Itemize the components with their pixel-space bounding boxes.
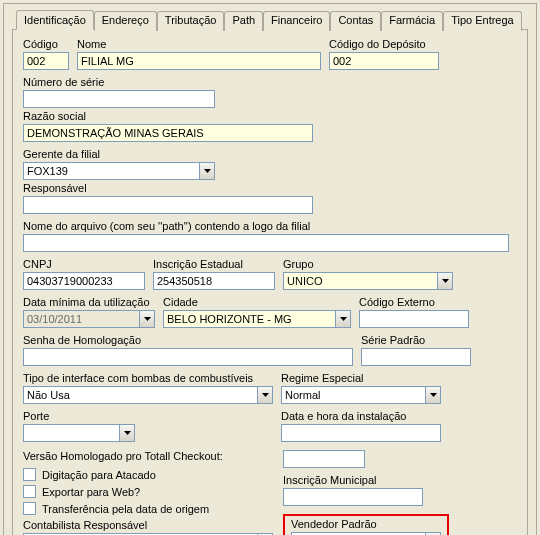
inscricao-municipal-input[interactable] [283, 488, 423, 506]
inscricao-estadual-label: Inscrição Estadual [153, 258, 275, 270]
tipo-interface-input[interactable] [24, 387, 257, 403]
numero-serie-input[interactable] [23, 90, 215, 108]
codigo-input[interactable] [23, 52, 69, 70]
tab-financeiro[interactable]: Financeiro [263, 11, 330, 31]
gerente-filial-label: Gerente da filial [23, 148, 215, 160]
tab-farmacia[interactable]: Farmácia [381, 11, 443, 31]
tab-body: Código Nome Código do Depósito Número de… [12, 29, 528, 535]
gerente-filial-combo[interactable] [23, 162, 215, 180]
codigo-label: Código [23, 38, 69, 50]
cnpj-label: CNPJ [23, 258, 145, 270]
responsavel-input[interactable] [23, 196, 313, 214]
nome-input[interactable] [77, 52, 321, 70]
contabilista-label: Contabilista Responsável [23, 519, 273, 531]
exportar-web-label: Exportar para Web? [42, 486, 140, 498]
chevron-down-icon[interactable] [437, 273, 452, 289]
cidade-label: Cidade [163, 296, 351, 308]
data-hora-instalacao-input[interactable] [281, 424, 441, 442]
tipo-interface-combo[interactable] [23, 386, 273, 404]
main-panel: Identificação Endereço Tributação Path F… [3, 3, 537, 535]
tab-path[interactable]: Path [224, 11, 263, 31]
gerente-filial-input[interactable] [24, 163, 199, 179]
grupo-label: Grupo [283, 258, 453, 270]
porte-input[interactable] [24, 425, 119, 441]
nome-arquivo-input[interactable] [23, 234, 509, 252]
inscricao-municipal-label: Inscrição Municipal [283, 474, 423, 486]
numero-serie-label: Número de série [23, 76, 215, 88]
cnpj-input[interactable] [23, 272, 145, 290]
tab-contas[interactable]: Contas [330, 11, 381, 31]
data-minima-label: Data mínima da utilização [23, 296, 155, 308]
responsavel-label: Responsável [23, 182, 313, 194]
chevron-down-icon[interactable] [335, 311, 350, 327]
senha-homolog-label: Senha de Homologação [23, 334, 353, 346]
grupo-combo[interactable] [283, 272, 453, 290]
transferencia-data-label: Transferência pela data de origem [42, 503, 209, 515]
grupo-input[interactable] [284, 273, 437, 289]
vendedor-padrao-label: Vendedor Padrão [291, 518, 441, 530]
versao-homolog-label: Versão Homologado pro Totall Checkout: [23, 450, 283, 462]
regime-especial-combo[interactable] [281, 386, 441, 404]
digitacao-atacado-checkbox[interactable]: Digitação para Atacado [23, 468, 283, 481]
checkbox-icon [23, 468, 36, 481]
chevron-down-icon[interactable] [119, 425, 134, 441]
chevron-down-icon[interactable] [425, 387, 440, 403]
chevron-down-icon[interactable] [139, 311, 154, 327]
inscricao-estadual-input[interactable] [153, 272, 275, 290]
porte-label: Porte [23, 410, 135, 422]
codigo-deposito-input[interactable] [329, 52, 439, 70]
senha-homolog-input[interactable] [23, 348, 353, 366]
digitacao-atacado-label: Digitação para Atacado [42, 469, 156, 481]
tab-strip: Identificação Endereço Tributação Path F… [16, 10, 528, 30]
exportar-web-checkbox[interactable]: Exportar para Web? [23, 485, 283, 498]
serie-padrao-input[interactable] [361, 348, 471, 366]
data-minima-combo[interactable] [23, 310, 155, 328]
codigo-deposito-label: Código do Depósito [329, 38, 439, 50]
chevron-down-icon[interactable] [257, 387, 272, 403]
versao-homolog-input[interactable] [283, 450, 365, 468]
regime-especial-input[interactable] [282, 387, 425, 403]
porte-combo[interactable] [23, 424, 135, 442]
tab-endereco[interactable]: Endereço [94, 11, 157, 31]
tab-identificacao[interactable]: Identificação [16, 10, 94, 30]
cidade-combo[interactable] [163, 310, 351, 328]
tipo-interface-label: Tipo de interface com bombas de combustí… [23, 372, 273, 384]
checkbox-icon [23, 485, 36, 498]
data-hora-instalacao-label: Data e hora da instalação [281, 410, 441, 422]
checkbox-icon [23, 502, 36, 515]
serie-padrao-label: Série Padrão [361, 334, 471, 346]
vendedor-padrao-highlight: Vendedor Padrão [283, 514, 449, 535]
transferencia-data-checkbox[interactable]: Transferência pela data de origem [23, 502, 283, 515]
nome-label: Nome [77, 38, 321, 50]
nome-arquivo-label: Nome do arquivo (com seu ''path'') conte… [23, 220, 509, 232]
cidade-input[interactable] [164, 311, 335, 327]
tab-tipo-entrega[interactable]: Tipo Entrega [443, 11, 522, 31]
razao-social-label: Razão social [23, 110, 313, 122]
data-minima-input[interactable] [24, 311, 139, 327]
razao-social-input[interactable] [23, 124, 313, 142]
chevron-down-icon[interactable] [199, 163, 214, 179]
codigo-externo-label: Código Externo [359, 296, 469, 308]
regime-especial-label: Regime Especial [281, 372, 441, 384]
codigo-externo-input[interactable] [359, 310, 469, 328]
tab-tributacao[interactable]: Tributação [157, 11, 225, 31]
